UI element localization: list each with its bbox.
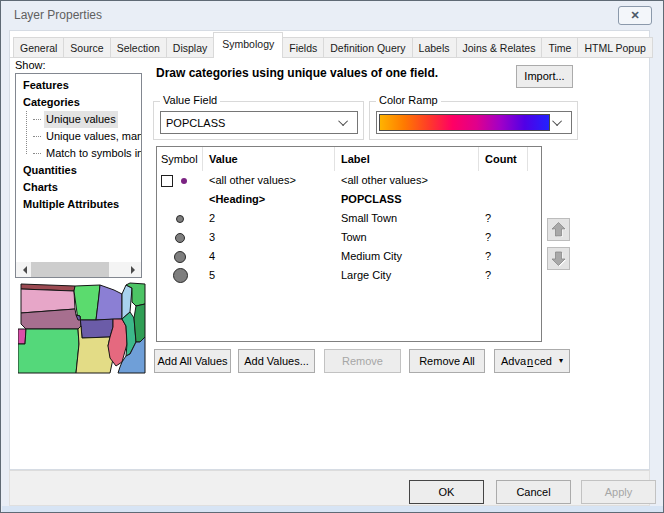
table-row[interactable]: 5 Large City ? <box>157 266 541 285</box>
advanced-label-accesskey: n <box>527 355 533 367</box>
remove-button[interactable]: Remove <box>324 349 401 373</box>
table-row[interactable]: 3 Town ? <box>157 228 541 247</box>
color-ramp-group: Color Ramp <box>369 101 578 140</box>
ok-button[interactable]: OK <box>409 480 484 504</box>
tab-source[interactable]: Source <box>63 37 110 58</box>
count-cell: ? <box>479 266 528 285</box>
tree-item-features[interactable]: Features <box>16 77 141 94</box>
value-cell: 3 <box>203 228 335 247</box>
scrollbar-thumb[interactable] <box>31 262 109 277</box>
tab-time[interactable]: Time <box>541 37 578 58</box>
tree-item-charts[interactable]: Charts <box>16 179 141 196</box>
label-cell: Small Town <box>335 209 479 228</box>
value-field-group: Value Field POPCLASS <box>153 101 364 140</box>
advanced-label: ced <box>534 355 552 367</box>
tab-display[interactable]: Display <box>166 37 214 58</box>
value-cell: 5 <box>203 266 335 285</box>
values-table: Symbol Value Label Count <all other valu… <box>156 146 542 342</box>
tree-scrollbar[interactable] <box>16 262 141 277</box>
header-label[interactable]: Label <box>335 147 479 171</box>
tree-item-match-symbols[interactable]: Match to symbols in a <box>16 145 141 162</box>
value-cell: <all other values> <box>203 171 335 190</box>
table-header: Symbol Value Label Count <box>157 147 541 171</box>
count-cell: ? <box>479 228 528 247</box>
show-label: Show: <box>15 59 46 71</box>
tab-html-popup[interactable]: HTML Popup <box>577 37 652 58</box>
show-tree: Features Categories Unique values Unique… <box>15 73 142 278</box>
method-heading: Draw categories using unique values of o… <box>156 66 511 80</box>
label-cell: Large City <box>335 266 479 285</box>
color-ramp-dropdown[interactable] <box>376 111 572 134</box>
header-symbol[interactable]: Symbol <box>157 147 203 171</box>
tab-bar: General Source Selection Display Symbolo… <box>13 32 653 58</box>
title-bar[interactable]: Layer Properties ✕ <box>1 1 663 29</box>
header-value[interactable]: Value <box>203 147 335 171</box>
tab-definition-query[interactable]: Definition Query <box>323 37 412 58</box>
close-icon: ✕ <box>630 10 639 21</box>
tree-item-quantities[interactable]: Quantities <box>16 162 141 179</box>
label-cell: POPCLASS <box>335 190 479 209</box>
tree-item-unique-values-many[interactable]: Unique values, many <box>16 128 141 145</box>
move-up-button[interactable] <box>547 218 570 241</box>
advanced-button[interactable]: Advanced ▾ <box>494 349 570 373</box>
tree-item-categories[interactable]: Categories <box>16 94 141 111</box>
tab-selection[interactable]: Selection <box>110 37 167 58</box>
apply-button[interactable]: Apply <box>581 480 656 504</box>
all-other-values-checkbox[interactable] <box>161 175 173 187</box>
cancel-button[interactable]: Cancel <box>496 480 571 504</box>
tab-fields[interactable]: Fields <box>282 37 324 58</box>
count-cell: ? <box>479 209 528 228</box>
advanced-label: Adva <box>501 355 526 367</box>
window-title: Layer Properties <box>14 8 102 22</box>
symbol-swatch[interactable] <box>175 233 185 243</box>
value-cell: 4 <box>203 247 335 266</box>
tab-labels[interactable]: Labels <box>412 37 457 58</box>
count-cell: ? <box>479 247 528 266</box>
symbol-swatch[interactable] <box>176 215 184 223</box>
value-cell: 2 <box>203 209 335 228</box>
move-up-icon <box>548 219 569 240</box>
add-values-button[interactable]: Add Values... <box>238 349 315 373</box>
tab-general[interactable]: General <box>13 37 64 58</box>
table-row[interactable]: 4 Medium City ? <box>157 247 541 266</box>
tab-joins-relates[interactable]: Joins & Relates <box>456 37 543 58</box>
color-ramp-label: Color Ramp <box>376 94 441 106</box>
table-row-all-other-values[interactable]: <all other values> <all other values> <box>157 171 541 190</box>
header-count[interactable]: Count <box>479 147 528 171</box>
value-field-label: Value Field <box>160 94 220 106</box>
symbol-swatch[interactable] <box>181 178 187 184</box>
table-row[interactable]: 2 Small Town ? <box>157 209 541 228</box>
tab-symbology[interactable]: Symbology <box>213 32 283 58</box>
table-row-heading[interactable]: <Heading> POPCLASS <box>157 190 541 209</box>
scroll-right-arrow-icon[interactable] <box>126 262 141 277</box>
map-preview <box>18 282 146 374</box>
dialog-bottom-edge <box>2 506 664 513</box>
value-field-value: POPCLASS <box>161 117 341 129</box>
add-all-values-button[interactable]: Add All Values <box>154 349 231 373</box>
scroll-left-arrow-icon[interactable] <box>16 262 31 277</box>
label-cell: Medium City <box>335 247 479 266</box>
label-cell: Town <box>335 228 479 247</box>
remove-all-button[interactable]: Remove All <box>409 349 485 373</box>
symbol-swatch[interactable] <box>173 268 188 283</box>
import-button[interactable]: Import... <box>516 65 573 88</box>
value-cell: <Heading> <box>203 190 335 209</box>
tree-item-unique-values[interactable]: Unique values <box>16 111 141 128</box>
chevron-down-icon <box>552 116 562 126</box>
color-ramp-swatch <box>379 114 550 131</box>
value-field-dropdown[interactable]: POPCLASS <box>160 111 358 134</box>
layer-properties-dialog: Layer Properties ✕ General Source Select… <box>0 0 664 513</box>
caret-down-icon: ▾ <box>559 357 563 365</box>
symbol-swatch[interactable] <box>174 251 186 263</box>
move-down-icon <box>548 248 569 269</box>
move-down-button[interactable] <box>547 247 570 270</box>
tree-item-multiple-attributes[interactable]: Multiple Attributes <box>16 196 141 213</box>
label-cell: <all other values> <box>335 171 479 190</box>
close-button[interactable]: ✕ <box>618 6 652 25</box>
